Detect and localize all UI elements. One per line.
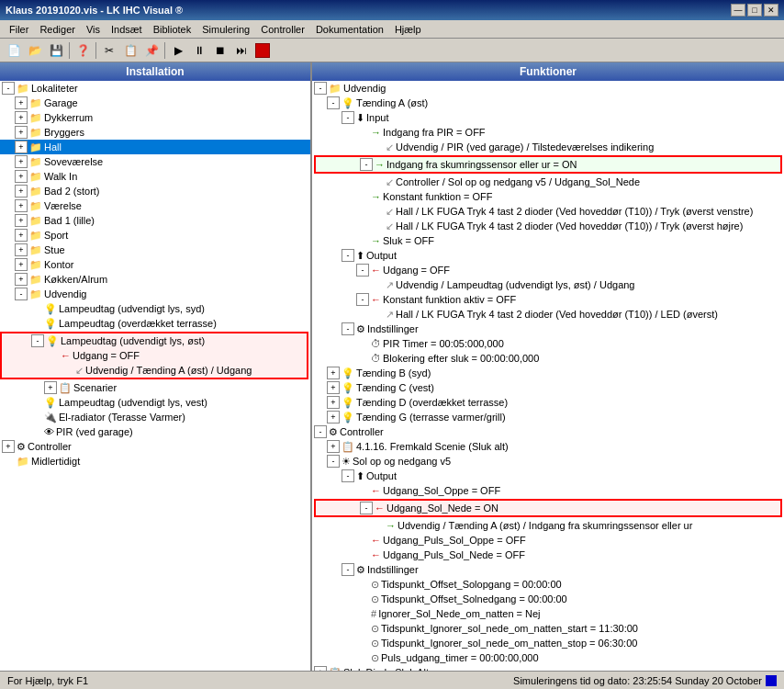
r-sol-oppe[interactable]: ← Udgang_Sol_Oppe = OFF	[312, 483, 784, 498]
r-taending-b[interactable]: + 💡 Tænding B (syd)	[312, 366, 784, 380]
tree-item-kontor[interactable]: + 📁 Kontor	[0, 257, 310, 272]
expand-r-indgang-skumring[interactable]: -	[360, 158, 373, 171]
expand-r-sol-indstillinger[interactable]: -	[342, 563, 354, 576]
toolbar-new[interactable]: 📄	[4, 40, 24, 61]
maximize-button[interactable]: □	[747, 4, 762, 17]
r-puls-timer[interactable]: ⊙ Puls_udgang_timer = 00:00:00,000	[312, 650, 784, 665]
expand-r-taending-b[interactable]: +	[327, 367, 340, 379]
menu-vis[interactable]: Vis	[81, 22, 106, 37]
r-udvendig[interactable]: - 📁 Udvendig	[312, 81, 784, 96]
expand-r-fremkald[interactable]: +	[327, 440, 340, 453]
r-taending-d[interactable]: + 💡 Tænding D (overdækket terrasse)	[312, 395, 784, 410]
expand-r-konstant-aktiv[interactable]: -	[356, 293, 369, 306]
expand-hall[interactable]: +	[15, 141, 28, 153]
toolbar-rec[interactable]	[252, 40, 273, 61]
toolbar-cut[interactable]: ✂	[99, 40, 119, 61]
tree-item-udvendig-link[interactable]: ↙ Udvendig / Tænding A (øst) / Udgang	[2, 363, 307, 378]
expand-r-taending-a[interactable]: -	[327, 96, 340, 109]
expand-r-indstillinger[interactable]: -	[342, 322, 354, 335]
r-taending-g[interactable]: + 💡 Tænding G (terrasse varmer/grill)	[312, 410, 784, 424]
tree-item-vaerelse[interactable]: + 📁 Værelse	[0, 198, 310, 213]
tree-item-walkin[interactable]: + 📁 Walk In	[0, 169, 310, 184]
r-konstant-aktiv[interactable]: - ← Konstant funktion aktiv = OFF	[312, 292, 784, 307]
menu-filer[interactable]: Filer	[4, 22, 34, 37]
tree-item-hall[interactable]: + 📁 Hall	[0, 140, 310, 154]
expand-udvendig[interactable]: -	[15, 288, 28, 300]
tree-item-midlertidigt[interactable]: 📁 Midlertidigt	[0, 454, 310, 469]
expand-kokken[interactable]: +	[15, 273, 28, 286]
tree-item-stue[interactable]: + 📁 Stue	[0, 243, 310, 257]
menu-controller[interactable]: Controller	[255, 22, 310, 37]
tree-item-lampe-terrasse[interactable]: 💡 Lampeudtag (overdækket terrasse)	[0, 316, 310, 331]
expand-r-taending-c[interactable]: +	[327, 381, 340, 394]
r-fremkald[interactable]: + 📋 4.1.16. Fremkald Scenie (Sluk alt)	[312, 439, 784, 454]
r-offset-solopgang[interactable]: ⊙ Tidspunkt_Offset_Solopgang = 00:00:00	[312, 577, 784, 592]
menu-simulering[interactable]: Simulering	[196, 22, 255, 37]
expand-bad2[interactable]: +	[15, 185, 28, 198]
expand-stue[interactable]: +	[15, 243, 28, 256]
r-controller-sol-link[interactable]: ↙ Controller / Sol op og nedgang v5 / Ud…	[312, 175, 784, 189]
tree-item-bad1[interactable]: + 📁 Bad 1 (lille)	[0, 213, 310, 228]
toolbar-save[interactable]: 💾	[46, 40, 66, 61]
menu-indsaet[interactable]: Indsæt	[106, 22, 148, 37]
r-sol-output[interactable]: - ⬆ Output	[312, 469, 784, 483]
expand-r-sol[interactable]: -	[327, 455, 340, 468]
r-indgang-skumring[interactable]: - → Indgang fra skumringssensor eller ur…	[316, 157, 780, 172]
tree-item-lampe-oest[interactable]: - 💡 Lampeudtag (udvendigt lys, øst)	[2, 333, 307, 348]
r-sluk-off[interactable]: → Sluk = OFF	[312, 233, 784, 248]
expand-lokaliteter[interactable]: -	[2, 82, 15, 95]
menu-dokumentation[interactable]: Dokumentation	[310, 22, 389, 37]
r-konstant-off[interactable]: → Konstant funktion = OFF	[312, 189, 784, 204]
toolbar-open[interactable]: 📂	[25, 40, 45, 61]
r-ignorer[interactable]: # Ignorer_Sol_Nede_om_natten = Nej	[312, 606, 784, 621]
r-sol-nede[interactable]: - ← Udgang_Sol_Nede = ON	[316, 501, 780, 515]
r-udvendig-pir-link[interactable]: ↙ Udvendig / PIR (ved garage) / Tilstede…	[312, 140, 784, 154]
expand-r-sol-output[interactable]: -	[342, 469, 354, 482]
r-output[interactable]: - ⬆ Output	[312, 248, 784, 263]
expand-r-input[interactable]: -	[342, 111, 354, 124]
r-blokering[interactable]: ⏱ Blokering efter sluk = 00:00:00,000	[312, 351, 784, 366]
tree-item-sport[interactable]: + 📁 Sport	[0, 228, 310, 243]
toolbar-forward[interactable]: ⏭	[231, 40, 252, 61]
expand-r-udvendig[interactable]: -	[314, 82, 327, 95]
r-udgang-off[interactable]: - ← Udgang = OFF	[312, 263, 784, 277]
expand-r-udgang-off[interactable]: -	[356, 264, 369, 277]
expand-r-output[interactable]: -	[342, 249, 354, 262]
tree-item-el-radiator[interactable]: 🔌 El-radiator (Terasse Varmer)	[0, 410, 310, 424]
r-hall-fuga-v[interactable]: ↙ Hall / LK FUGA Tryk 4 tast 2 dioder (V…	[312, 204, 784, 219]
expand-r-controller[interactable]: -	[314, 425, 327, 438]
expand-sovevarelse[interactable]: +	[15, 155, 28, 168]
expand-lampe-oest[interactable]: -	[31, 334, 44, 347]
expand-walkin[interactable]: +	[15, 170, 28, 183]
r-indstillinger[interactable]: - ⚙ Indstillinger	[312, 322, 784, 336]
tree-item-garage[interactable]: + 📁 Garage	[0, 96, 310, 110]
expand-r-sol-nede[interactable]: -	[360, 502, 373, 514]
r-udvendig-lampe-link[interactable]: ↗ Udvendig / Lampeudtag (udvendigt lys, …	[312, 277, 784, 292]
tree-item-kokken[interactable]: + 📁 Køkken/Alrum	[0, 272, 310, 287]
expand-controller[interactable]: +	[2, 440, 15, 453]
minimize-button[interactable]: —	[731, 4, 745, 17]
expand-scenarier[interactable]: +	[44, 381, 57, 394]
r-taending-c[interactable]: + 💡 Tænding C (vest)	[312, 380, 784, 395]
tree-item-bad2[interactable]: + 📁 Bad 2 (stort)	[0, 184, 310, 198]
toolbar-copy[interactable]: 📋	[120, 40, 140, 61]
r-sol-indstillinger[interactable]: - ⚙ Indstillinger	[312, 562, 784, 577]
tree-item-dykkerrum[interactable]: + 📁 Dykkerrum	[0, 110, 310, 125]
tree-item-bryggers[interactable]: + 📁 Bryggers	[0, 125, 310, 140]
expand-garage[interactable]: +	[15, 96, 28, 109]
toolbar-help[interactable]: ❓	[73, 40, 93, 61]
tree-item-sovevarelse[interactable]: + 📁 Soveværelse	[0, 154, 310, 169]
r-ignorer-stop[interactable]: ⊙ Tidspunkt_Ignorer_sol_nede_om_natten_s…	[312, 636, 784, 650]
tree-item-controller[interactable]: + ⚙ Controller	[0, 439, 310, 454]
r-hall-fuga-led[interactable]: ↗ Hall / LK FUGA Tryk 4 tast 2 dioder (V…	[312, 307, 784, 322]
r-puls-nede[interactable]: ← Udgang_Puls_Sol_Nede = OFF	[312, 548, 784, 562]
r-puls-oppe[interactable]: ← Udgang_Puls_Sol_Oppe = OFF	[312, 533, 784, 548]
tree-item-scenarier[interactable]: + 📋 Scenarier	[0, 380, 310, 395]
expand-dykkerrum[interactable]: +	[15, 111, 28, 124]
toolbar-paste[interactable]: 📌	[141, 40, 162, 61]
r-indgang-pir[interactable]: → Indgang fra PIR = OFF	[312, 125, 784, 140]
r-taending-a[interactable]: - 💡 Tænding A (øst)	[312, 96, 784, 110]
toolbar-play[interactable]: ▶	[168, 40, 188, 61]
tree-item-udgang-off[interactable]: ← Udgang = OFF	[2, 348, 307, 363]
r-input[interactable]: - ⬇ Input	[312, 110, 784, 125]
